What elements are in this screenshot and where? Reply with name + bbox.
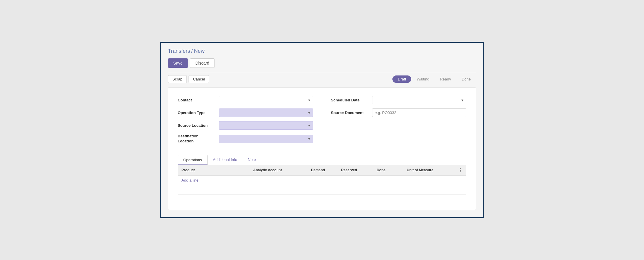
- table-section: Product Analytic Account Demand Reserved…: [178, 165, 466, 204]
- contact-select[interactable]: [219, 96, 313, 104]
- tab-operations[interactable]: Operations: [178, 155, 208, 165]
- main-content: Transfers / New Save Discard Scrap Cance…: [161, 43, 483, 217]
- add-line-button[interactable]: Add a line: [178, 176, 466, 185]
- status-done[interactable]: Done: [456, 75, 476, 83]
- source-location-field-wrap: ▼: [219, 121, 313, 130]
- source-document-row: Source Document: [331, 108, 466, 117]
- table-actions-icon[interactable]: ⋮: [451, 167, 463, 173]
- destination-location-label-wrap: DestinationLocation: [178, 134, 219, 144]
- source-location-row: Source Location ▼: [178, 121, 313, 130]
- scheduled-date-input[interactable]: 03/04/2021 18:30:05: [372, 96, 466, 104]
- scheduled-date-row: Scheduled Date 03/04/2021 18:30:05 ▼: [331, 96, 466, 104]
- col-product: Product: [181, 168, 251, 172]
- form-card: Contact ▼ Operation Type: [168, 87, 476, 210]
- save-button[interactable]: Save: [168, 58, 188, 68]
- form-fields: Contact ▼ Operation Type: [178, 96, 466, 148]
- source-document-input[interactable]: [372, 108, 466, 117]
- contact-field-wrap: ▼: [219, 96, 313, 104]
- contact-row: Contact ▼: [178, 96, 313, 104]
- operation-type-label: Operation Type: [178, 111, 219, 115]
- action-buttons: Save Discard: [168, 58, 476, 68]
- destination-location-field-wrap: ▼: [219, 135, 313, 143]
- cancel-button[interactable]: Cancel: [189, 75, 209, 83]
- breadcrumb-current: New: [194, 48, 204, 54]
- status-bar: Draft Waiting Ready Done: [392, 75, 476, 83]
- col-demand: Demand: [311, 168, 339, 172]
- tabs-row: Operations Additional Info Note: [178, 155, 466, 165]
- tab-note[interactable]: Note: [242, 155, 261, 165]
- breadcrumb-separator: /: [191, 48, 193, 54]
- form-right: Scheduled Date 03/04/2021 18:30:05 ▼ Sou…: [331, 96, 466, 148]
- scrap-button[interactable]: Scrap: [168, 75, 187, 83]
- col-analytic-account: Analytic Account: [253, 168, 308, 172]
- source-location-select[interactable]: [219, 121, 313, 130]
- status-waiting[interactable]: Waiting: [411, 75, 435, 83]
- table-header: Product Analytic Account Demand Reserved…: [178, 165, 466, 176]
- operation-type-field-wrap: ▼: [219, 108, 313, 117]
- source-document-label: Source Document: [331, 111, 372, 115]
- destination-location-label: DestinationLocation: [178, 134, 219, 144]
- operation-type-row: Operation Type ▼: [178, 108, 313, 117]
- breadcrumb: Transfers / New: [168, 48, 476, 54]
- tab-additional-info[interactable]: Additional Info: [208, 155, 242, 165]
- source-location-label: Source Location: [178, 123, 219, 128]
- destination-location-row: DestinationLocation ▼: [178, 134, 313, 144]
- col-unit-of-measure: Unit of Measure: [407, 168, 448, 172]
- contact-label: Contact: [178, 98, 219, 102]
- status-draft[interactable]: Draft: [392, 75, 411, 83]
- form-left: Contact ▼ Operation Type: [178, 96, 313, 148]
- empty-row-1: [178, 185, 466, 194]
- discard-button[interactable]: Discard: [190, 58, 215, 68]
- divider: [168, 72, 476, 72]
- secondary-actions-bar: Scrap Cancel Draft Waiting Ready Done: [168, 75, 476, 83]
- secondary-left-buttons: Scrap Cancel: [168, 75, 209, 83]
- status-ready[interactable]: Ready: [435, 75, 456, 83]
- scheduled-date-label: Scheduled Date: [331, 98, 372, 102]
- empty-row-2: [178, 194, 466, 204]
- operation-type-select[interactable]: [219, 108, 313, 117]
- table-body: Add a line: [178, 176, 466, 204]
- destination-location-select[interactable]: [219, 135, 313, 143]
- col-done: Done: [377, 168, 404, 172]
- col-reserved: Reserved: [341, 168, 374, 172]
- breadcrumb-parent[interactable]: Transfers: [168, 48, 190, 54]
- scheduled-date-field-wrap: 03/04/2021 18:30:05 ▼: [372, 96, 466, 104]
- page-container: Transfers / New Save Discard Scrap Cance…: [160, 42, 484, 218]
